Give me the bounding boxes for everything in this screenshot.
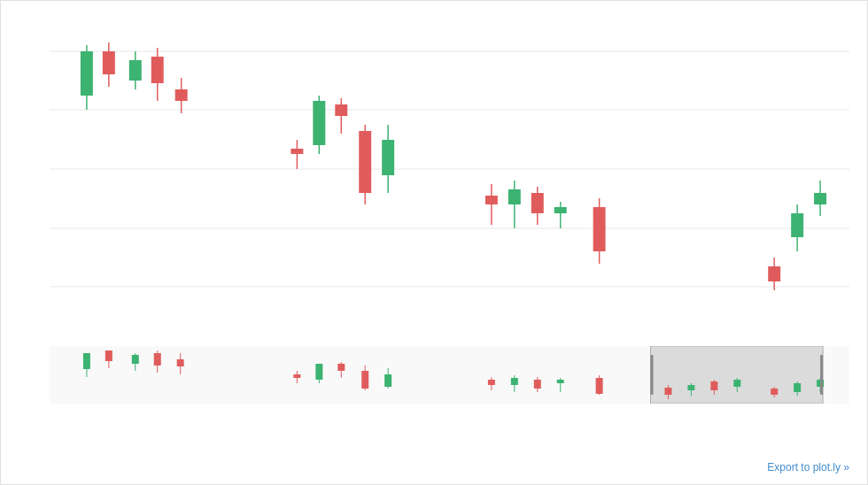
svg-rect-60 <box>105 350 112 361</box>
svg-rect-80 <box>511 378 518 385</box>
svg-rect-50 <box>768 266 780 281</box>
svg-rect-32 <box>313 101 325 145</box>
svg-rect-86 <box>596 378 603 394</box>
svg-rect-58 <box>83 353 90 369</box>
svg-rect-36 <box>359 131 371 193</box>
svg-rect-38 <box>382 140 394 175</box>
svg-rect-76 <box>384 374 391 387</box>
svg-rect-20 <box>81 51 93 96</box>
svg-rect-96 <box>771 389 778 395</box>
svg-rect-46 <box>554 207 567 213</box>
svg-rect-24 <box>129 60 142 81</box>
svg-rect-82 <box>534 380 541 389</box>
svg-rect-101 <box>650 355 653 395</box>
svg-rect-78 <box>488 380 495 385</box>
svg-rect-34 <box>335 104 347 116</box>
svg-rect-88 <box>664 388 671 395</box>
main-chart: 300 280 260 240 220 Mar 2 2020 Mar 5 Mar… <box>50 19 849 302</box>
svg-rect-22 <box>103 51 115 74</box>
svg-rect-98 <box>794 383 801 392</box>
svg-rect-94 <box>733 380 740 387</box>
svg-rect-64 <box>154 353 161 366</box>
svg-rect-40 <box>485 196 498 204</box>
svg-rect-66 <box>177 359 184 366</box>
svg-rect-72 <box>337 364 345 371</box>
svg-rect-90 <box>687 385 694 390</box>
chart-container: 300 280 260 240 220 Mar 2 2020 Mar 5 Mar… <box>0 0 868 485</box>
export-plotly-link[interactable]: Export to plot.ly » <box>767 461 849 473</box>
svg-rect-68 <box>293 374 300 378</box>
svg-rect-42 <box>508 189 521 204</box>
svg-rect-48 <box>593 207 606 251</box>
svg-rect-30 <box>291 149 303 154</box>
svg-rect-92 <box>710 381 717 390</box>
svg-rect-70 <box>315 364 322 380</box>
svg-rect-44 <box>531 193 544 213</box>
svg-rect-26 <box>151 57 164 83</box>
svg-rect-74 <box>361 371 368 389</box>
svg-rect-84 <box>557 380 564 383</box>
svg-rect-52 <box>791 213 803 237</box>
mini-chart[interactable] <box>50 346 849 404</box>
svg-rect-28 <box>175 89 188 101</box>
svg-rect-54 <box>814 193 826 204</box>
svg-rect-102 <box>820 355 823 395</box>
svg-rect-62 <box>132 355 139 364</box>
